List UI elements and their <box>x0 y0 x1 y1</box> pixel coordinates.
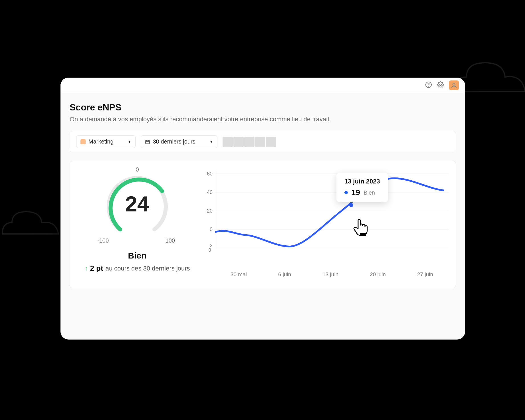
y-tick: 20 <box>207 208 213 214</box>
trend-up-icon: ↑ <box>84 265 88 272</box>
chart-card: 0 -100 100 24 Bien ↑ 2 pt au cours des 3… <box>70 161 456 288</box>
avatar[interactable] <box>244 137 255 147</box>
page-subtitle: On a demandé à vos employés s'ils recomm… <box>70 116 456 123</box>
team-filter-label: Marketing <box>88 138 114 145</box>
gauge-max-label: 100 <box>165 237 175 244</box>
x-tick: 20 juin <box>370 271 386 278</box>
x-tick: 13 juin <box>322 271 338 278</box>
avatar[interactable] <box>223 137 233 147</box>
team-avatars <box>223 137 276 147</box>
content-area: Score eNPS On a demandé à vos employés s… <box>60 93 465 288</box>
x-tick: 6 juin <box>278 271 291 278</box>
team-filter-dropdown[interactable]: Marketing ▼ <box>76 135 136 148</box>
top-bar <box>60 78 465 93</box>
app-window: Score eNPS On a demandé à vos employés s… <box>60 78 465 340</box>
gauge-rating: Bien <box>128 251 146 261</box>
chart-tooltip: 13 juin 2023 19 Bien <box>336 173 388 202</box>
date-range-label: 30 derniers jours <box>153 138 195 145</box>
tooltip-value: 19 <box>351 188 360 197</box>
svg-rect-4 <box>146 140 150 144</box>
gauge-top-label: 0 <box>136 166 139 173</box>
page-title: Score eNPS <box>70 102 456 113</box>
y-tick-neg: -20 <box>209 243 213 253</box>
line-chart: 60 40 20 0 -20 <box>203 168 449 276</box>
y-axis-labels: 60 40 20 0 -20 <box>201 168 213 262</box>
tooltip-date: 13 juin 2023 <box>344 178 380 185</box>
trend-points: 2 pt <box>90 264 103 273</box>
x-tick: 30 mai <box>231 271 247 278</box>
y-tick: 60 <box>207 171 213 177</box>
avatar[interactable] <box>233 137 244 147</box>
current-user-avatar[interactable] <box>449 80 459 90</box>
gauge-value: 24 <box>125 191 150 216</box>
team-color-swatch <box>80 139 86 144</box>
y-tick: 40 <box>207 189 213 195</box>
help-icon[interactable] <box>425 81 432 89</box>
svg-point-2 <box>440 84 441 86</box>
x-tick: 27 juin <box>417 271 433 278</box>
svg-point-3 <box>453 83 455 85</box>
date-range-dropdown[interactable]: 30 derniers jours ▼ <box>141 135 217 148</box>
y-tick: 0 <box>210 227 213 233</box>
filter-bar: Marketing ▼ 30 derniers jours ▼ <box>70 131 456 152</box>
tooltip-series-dot <box>344 191 348 194</box>
chevron-down-icon: ▼ <box>210 140 213 144</box>
settings-icon[interactable] <box>437 81 444 89</box>
avatar[interactable] <box>255 137 265 147</box>
gauge-panel: 0 -100 100 24 Bien ↑ 2 pt au cours des 3… <box>77 168 198 276</box>
calendar-icon <box>145 139 150 144</box>
chevron-down-icon: ▼ <box>128 140 131 144</box>
decorative-cloud-icon <box>0 205 66 237</box>
avatar[interactable] <box>266 137 276 147</box>
svg-rect-12 <box>360 233 366 236</box>
trend-period: au cours des 30 derniers jours <box>106 265 190 272</box>
x-axis-labels: 30 mai 6 juin 13 juin 20 juin 27 juin <box>215 271 449 278</box>
gauge-chart: 0 -100 100 24 <box>100 168 174 242</box>
svg-point-11 <box>349 203 353 207</box>
gauge-min-label: -100 <box>97 237 109 244</box>
svg-point-1 <box>428 86 429 86</box>
trend-row: ↑ 2 pt au cours des 30 derniers jours <box>84 264 190 273</box>
cursor-hand-icon <box>352 217 369 237</box>
tooltip-rating: Bien <box>364 189 375 196</box>
